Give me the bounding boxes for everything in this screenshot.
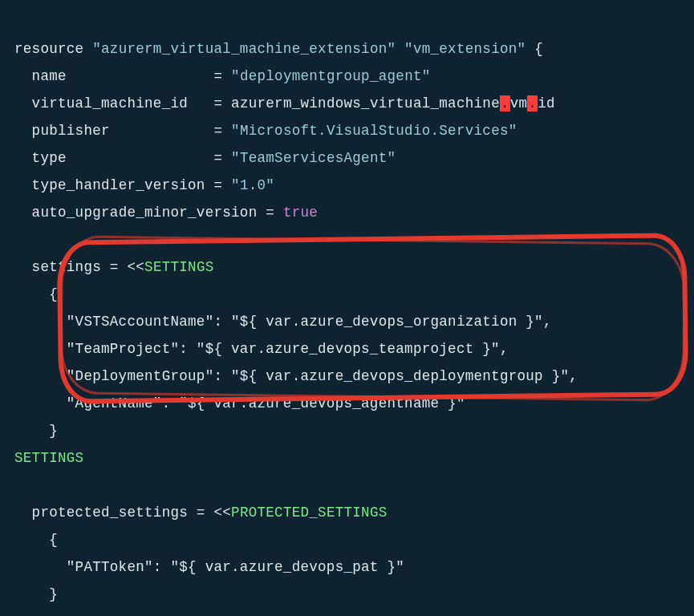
attr-name-val: "deploymentgroup_agent" bbox=[231, 68, 430, 84]
attr-vmid-key: virtual_machine_id bbox=[32, 95, 188, 111]
settings-line-4: "AgentName": "${ var.azure_devops_agentn… bbox=[67, 395, 465, 411]
attr-publisher-key: publisher bbox=[32, 123, 110, 139]
vmid-ref-mid: vm bbox=[510, 95, 528, 111]
eq: = bbox=[213, 68, 222, 84]
resource-type: "azurerm_virtual_machine_extension" bbox=[92, 41, 396, 57]
resource-name: "vm_extension" bbox=[404, 41, 526, 57]
attr-publisher-val: "Microsoft.VisualStudio.Services" bbox=[231, 123, 517, 139]
attr-aumv-key: auto_upgrade_minor_version bbox=[32, 205, 258, 221]
heredoc-settings-tag-open: SETTINGS bbox=[144, 259, 213, 275]
eq: = bbox=[213, 95, 222, 111]
eq: = bbox=[110, 259, 119, 275]
attr-aumv-val: true bbox=[283, 205, 318, 221]
error-dot-1: . bbox=[500, 95, 510, 111]
settings-line-3: "DeploymentGroup": "${ var.azure_devops_… bbox=[67, 368, 578, 384]
protected-json-close: } bbox=[49, 586, 58, 602]
attr-type-val: "TeamServicesAgent" bbox=[231, 150, 396, 166]
attr-protected-key: protected_settings bbox=[32, 505, 188, 521]
settings-json-open: { bbox=[49, 286, 58, 302]
heredoc-open: << bbox=[127, 259, 144, 275]
error-dot-2: . bbox=[527, 95, 538, 111]
vmid-ref-suf: id bbox=[538, 95, 555, 111]
vmid-ref-pre: azurerm_windows_virtual_machine bbox=[231, 95, 500, 111]
eq: = bbox=[197, 505, 205, 521]
heredoc-settings-tag-close: SETTINGS bbox=[14, 450, 83, 466]
brace-open: { bbox=[534, 41, 543, 57]
eq: = bbox=[266, 205, 274, 221]
code-block: resource "azurerm_virtual_machine_extens… bbox=[0, 0, 694, 616]
kw-resource: resource bbox=[14, 41, 83, 57]
attr-settings-key: settings bbox=[32, 259, 101, 275]
settings-json-close: } bbox=[49, 423, 58, 439]
heredoc-protected-tag-open: PROTECTED_SETTINGS bbox=[231, 505, 387, 521]
protected-line-1: "PATToken": "${ var.azure_devops_pat }" bbox=[67, 559, 404, 575]
attr-thv-val: "1.0" bbox=[231, 177, 274, 193]
attr-thv-key: type_handler_version bbox=[32, 177, 205, 193]
heredoc-open-2: << bbox=[213, 505, 231, 521]
settings-line-1: "VSTSAccountName": "${ var.azure_devops_… bbox=[67, 314, 552, 330]
settings-line-2: "TeamProject": "${ var.azure_devops_team… bbox=[67, 341, 509, 357]
eq: = bbox=[213, 150, 222, 166]
eq: = bbox=[213, 177, 222, 193]
protected-json-open: { bbox=[49, 532, 58, 548]
eq: = bbox=[213, 123, 222, 139]
attr-name-key: name bbox=[32, 68, 67, 84]
attr-type-key: type bbox=[32, 150, 67, 166]
